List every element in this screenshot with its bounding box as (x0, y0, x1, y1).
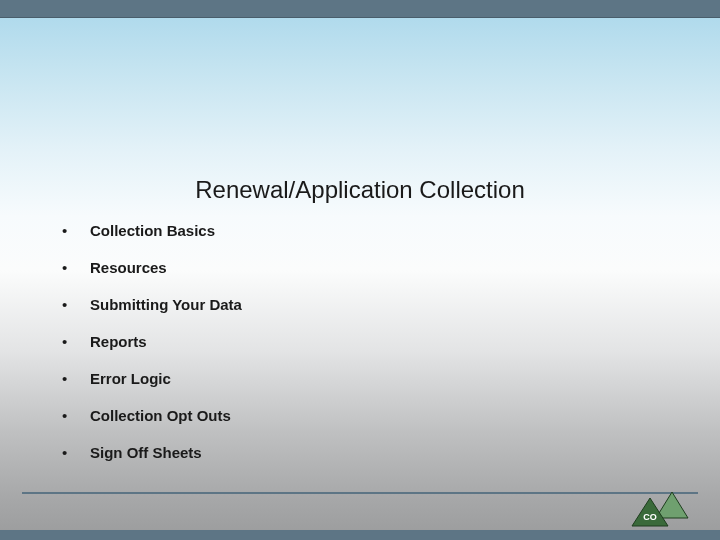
list-item: Submitting Your Data (62, 296, 242, 313)
cde-co-logo: CO (630, 490, 690, 530)
footer-divider (22, 492, 698, 494)
bottom-bar (0, 530, 720, 540)
list-item: Error Logic (62, 370, 242, 387)
logo-icon: CO (630, 490, 690, 530)
list-item: Collection Basics (62, 222, 242, 239)
list-item: Sign Off Sheets (62, 444, 242, 461)
logo-text: CO (643, 512, 657, 522)
slide: Renewal/Application Collection Collectio… (0, 0, 720, 540)
list-item: Collection Opt Outs (62, 407, 242, 424)
bullet-list: Collection Basics Resources Submitting Y… (62, 222, 242, 481)
list-item: Resources (62, 259, 242, 276)
slide-title: Renewal/Application Collection (0, 176, 720, 204)
top-bar (0, 0, 720, 18)
list-item: Reports (62, 333, 242, 350)
